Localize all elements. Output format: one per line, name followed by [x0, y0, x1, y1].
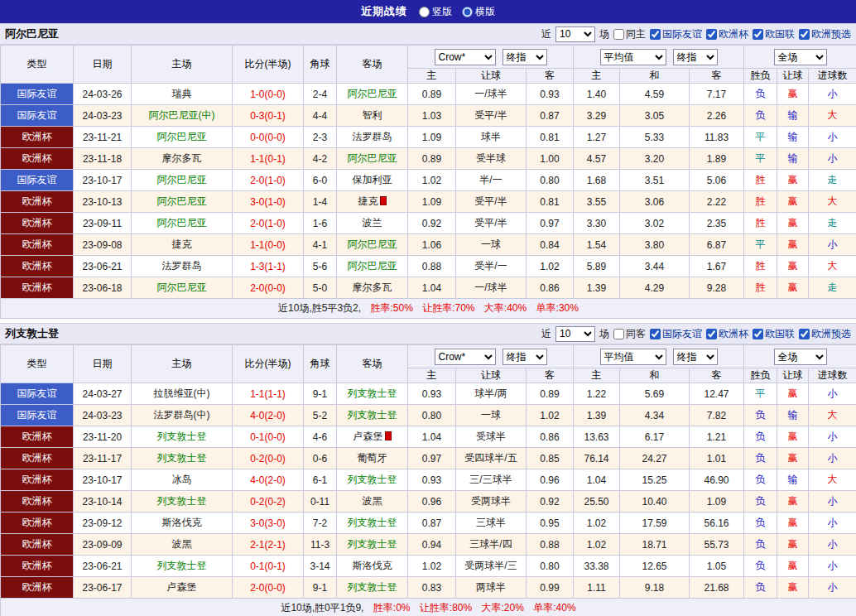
fullmatch-select[interactable]: 全场	[774, 49, 827, 65]
layout-vertical-radio[interactable]	[419, 7, 430, 17]
home-team-cell: 捷克	[132, 234, 233, 256]
odds-away: 0.96	[527, 469, 574, 491]
team-title: 列支敦士登	[5, 326, 59, 341]
avg-draw: 10.40	[620, 491, 690, 513]
league-euroqualifier-checkbox[interactable]	[799, 329, 810, 339]
avg-final-select[interactable]: 终指	[673, 49, 718, 65]
layout-vertical-option[interactable]: 竖版	[419, 5, 452, 19]
match-score: 3-0(3-0)	[233, 513, 304, 534]
team-name: 波兰	[363, 217, 382, 229]
league-eurocup-option[interactable]: 欧洲杯	[706, 27, 748, 41]
avg-draw: 4.34	[620, 405, 690, 426]
summary-win-rate: 胜率:0%	[373, 602, 411, 614]
result-goals: 大	[809, 256, 856, 277]
match-type: 欧洲杯	[1, 277, 74, 299]
league-euroqualifier-checkbox[interactable]	[799, 29, 810, 40]
result-handicap: 赢	[777, 277, 809, 299]
league-eurocup-checkbox[interactable]	[706, 29, 717, 40]
odds-home: 1.02	[408, 170, 456, 191]
corner-score: 6-1	[304, 469, 337, 491]
col-away: 客场	[337, 46, 408, 84]
result-handicap: 赢	[777, 170, 809, 191]
corner-score: 4-4	[304, 105, 337, 127]
team-name: 冰岛	[172, 474, 192, 485]
league-friendly-checkbox[interactable]	[650, 29, 661, 40]
result-handicap: 输	[777, 469, 809, 491]
same-venue-option[interactable]: 同客	[613, 327, 646, 341]
result-handicap: 输	[777, 105, 809, 127]
summary-over-rate: 大率:40%	[484, 302, 527, 314]
red-flag-icon[interactable]	[380, 196, 387, 205]
same-venue-checkbox[interactable]	[613, 29, 624, 40]
match-count-select[interactable]: 10	[555, 26, 595, 42]
match-score: 4-0(2-0)	[233, 469, 304, 491]
team-name: 阿尔巴尼亚(中)	[149, 109, 215, 121]
match-row: 国际友谊24-03-27拉脱维亚(中)1-1(1-1)9-1列支敦士登0.93球…	[1, 383, 856, 405]
league-nationsleague-checkbox[interactable]	[753, 329, 763, 339]
league-nationsleague-option[interactable]: 欧国联	[753, 27, 795, 41]
team-name: 阿尔巴尼亚	[157, 217, 207, 229]
avg-away: 1.01	[690, 448, 744, 469]
league-euroqualifier-option[interactable]: 欧洲预选	[799, 327, 851, 341]
bookmaker-select[interactable]: Crow*	[435, 349, 496, 365]
league-nationsleague-option[interactable]: 欧国联	[753, 327, 795, 341]
match-type: 欧洲杯	[1, 234, 74, 256]
league-eurocup-option[interactable]: 欧洲杯	[706, 327, 748, 341]
league-friendly-checkbox[interactable]	[650, 329, 661, 339]
odds-away: 1.02	[527, 405, 574, 426]
avg-draw: 3.20	[620, 148, 690, 170]
home-team-cell: 阿尔巴尼亚	[132, 277, 233, 299]
col-home: 主场	[132, 345, 233, 383]
result-group-header: 全场	[744, 345, 856, 368]
league-friendly-label: 国际友谊	[662, 327, 702, 341]
filter-bar: 近 10 场 同客 国际友谊 欧洲杯 欧国联 欧	[541, 326, 851, 342]
match-type: 欧洲杯	[1, 448, 74, 469]
result-handicap: 输	[777, 405, 809, 426]
col-type: 类型	[1, 345, 74, 383]
result-wdl: 负	[744, 105, 777, 127]
result-goals: 小	[809, 534, 856, 556]
match-type: 国际友谊	[1, 383, 74, 405]
matches-table: 类型 日期 主场 比分(半场) 角球 客场 Crow* 终指 平均值 终指	[0, 344, 856, 616]
league-euroqualifier-option[interactable]: 欧洲预选	[799, 27, 851, 41]
layout-horizontal-option[interactable]: 横版	[462, 5, 495, 19]
bookmaker-select[interactable]: Crow*	[435, 49, 496, 65]
col-corner: 角球	[304, 46, 337, 84]
avg-home: 1.02	[574, 534, 620, 556]
team-name: 阿尔巴尼亚	[157, 131, 207, 142]
layout-horizontal-radio[interactable]	[462, 7, 473, 17]
average-select[interactable]: 平均值	[600, 49, 666, 65]
same-venue-checkbox[interactable]	[613, 329, 624, 339]
match-date: 23-11-18	[74, 148, 132, 170]
league-eurocup-checkbox[interactable]	[706, 329, 717, 339]
team-section-albania: 阿尔巴尼亚 近 10 场 同主 国际友谊 欧洲杯 欧国联	[0, 23, 856, 319]
result-wdl: 负	[744, 577, 777, 599]
avg-away: 1.21	[690, 426, 744, 448]
home-team-cell: 瑞典	[132, 84, 233, 105]
match-row: 欧洲杯23-10-13阿尔巴尼亚3-0(1-0)1-4捷克1.09受平/半0.8…	[1, 191, 856, 213]
odds-final-select[interactable]: 终指	[503, 349, 547, 365]
league-friendly-option[interactable]: 国际友谊	[650, 27, 702, 41]
col-corner: 角球	[304, 345, 337, 383]
home-team-cell: 阿尔巴尼亚	[132, 191, 233, 213]
filter-near-label: 近	[541, 327, 551, 341]
avg-group-header: 平均值 终指	[574, 46, 744, 69]
league-friendly-option[interactable]: 国际友谊	[650, 327, 702, 341]
home-team-cell: 波黑	[132, 534, 233, 556]
match-score: 1-3(1-1)	[233, 256, 304, 277]
average-select[interactable]: 平均值	[600, 349, 666, 365]
league-nationsleague-checkbox[interactable]	[753, 29, 763, 40]
fullmatch-select[interactable]: 全场	[774, 349, 827, 365]
team-name: 阿尔巴尼亚	[348, 88, 397, 99]
same-venue-option[interactable]: 同主	[613, 27, 646, 41]
result-wdl: 胜	[744, 191, 777, 213]
red-flag-icon[interactable]	[385, 431, 392, 440]
avg-home: 1.22	[574, 383, 620, 405]
avg-final-select[interactable]: 终指	[673, 349, 718, 365]
avg-draw: 3.02	[620, 213, 690, 234]
result-handicap: 赢	[777, 513, 809, 534]
match-type: 欧洲杯	[1, 577, 74, 599]
match-count-select[interactable]: 10	[555, 326, 595, 342]
away-team-cell: 葡萄牙	[337, 448, 408, 469]
odds-final-select[interactable]: 终指	[503, 49, 547, 65]
